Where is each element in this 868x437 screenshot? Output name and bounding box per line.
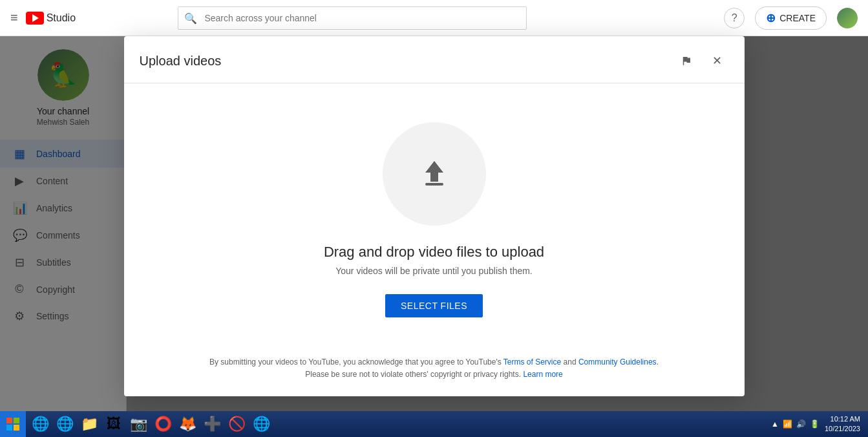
drop-title: Drag and drop video files to upload [324,244,544,261]
taskbar-app-ie[interactable]: 🌐 [28,412,52,436]
create-label: CREATE [779,13,816,23]
modal-close-button[interactable]: ✕ [706,49,729,72]
footer-tos-text: By submitting your videos to YouTube, yo… [140,356,729,368]
start-button[interactable] [0,411,26,437]
taskbar-app-chrome[interactable]: 🌐 [249,412,273,436]
topbar: ≡ Studio 🔍 ? ⊕ CREATE [0,0,868,36]
taskbar-battery-icon: 🔋 [810,420,820,429]
search-bar: 🔍 [178,6,527,30]
taskbar-chevron-icon[interactable]: ▲ [771,420,779,429]
create-button[interactable]: ⊕ CREATE [755,6,827,30]
drop-zone[interactable]: Drag and drop video files to upload Your… [124,83,745,343]
taskbar-app-photos[interactable]: 🖼 [102,412,125,436]
learn-more-link[interactable]: Learn more [523,370,562,379]
modal-flag-button[interactable] [675,49,698,72]
search-icon: 🔍 [184,12,197,24]
avatar[interactable] [837,8,858,28]
taskbar-app-firefox[interactable]: 🦊 [176,412,199,436]
windows-logo [6,418,19,431]
topbar-right: ? ⊕ CREATE [724,6,858,30]
yt-studio-text: Studio [47,12,76,24]
taskbar-right: ▲ 📶 🔊 🔋 10:12 AM 10/21/2023 [771,414,868,434]
tos-link[interactable]: Terms of Service [503,357,561,367]
modal-title: Upload videos [140,54,222,69]
taskbar-date: 10/21/2023 [825,424,860,434]
svg-rect-1 [6,418,12,423]
svg-rect-4 [14,425,19,431]
windows-taskbar: 🌐 🌐 📁 🖼 📷 ⭕ 🦊 ➕ 🚫 🌐 ▲ 📶 🔊 🔋 10:12 AM 10/… [0,411,868,437]
upload-modal: Upload videos ✕ Drag and drop video file… [124,36,745,396]
help-button[interactable]: ? [724,8,745,28]
svg-rect-3 [6,425,12,431]
search-wrapper: 🔍 [178,6,527,30]
taskbar-app-opera[interactable]: ⭕ [151,412,175,436]
modal-footer: By submitting your videos to YouTube, yo… [124,343,745,396]
drop-subtitle: Your videos will be private until you pu… [335,266,533,276]
modal-header-icons: ✕ [675,49,729,72]
taskbar-apps: 🌐 🌐 📁 🖼 📷 ⭕ 🦊 ➕ 🚫 🌐 [26,412,275,436]
taskbar-time: 10:12 AM [825,414,860,424]
drop-circle [383,122,486,226]
youtube-logo: Studio [26,12,76,25]
close-icon: ✕ [712,54,722,68]
hamburger-menu[interactable]: ≡ [10,10,18,25]
avatar-image [837,8,858,28]
taskbar-app-block[interactable]: 🚫 [225,412,248,436]
taskbar-network-icon: 📶 [783,420,792,429]
taskbar-app-folder[interactable]: 📁 [78,412,101,436]
create-plus-icon: ⊕ [766,11,776,25]
flag-icon [681,55,692,67]
svg-rect-0 [425,183,443,186]
yt-icon [26,12,44,25]
search-input[interactable] [178,6,527,30]
svg-rect-2 [14,418,19,423]
taskbar-app-edge[interactable]: 🌐 [53,412,76,436]
taskbar-clock: 10:12 AM 10/21/2023 [825,414,860,434]
taskbar-volume-icon: 🔊 [796,420,806,429]
taskbar-app-plus[interactable]: ➕ [200,412,224,436]
modal-header: Upload videos ✕ [124,36,745,83]
upload-arrow-svg [416,156,452,192]
guidelines-link[interactable]: Community Guidelines [578,357,657,367]
select-files-button[interactable]: SELECT FILES [385,294,483,317]
upload-icon [416,156,452,192]
yt-play-triangle [32,14,39,22]
topbar-left: ≡ Studio [10,10,76,25]
taskbar-system-icons: ▲ 📶 🔊 🔋 [771,420,820,429]
footer-copyright-text: Please be sure not to violate others' co… [140,368,729,381]
taskbar-app-camera[interactable]: 📷 [127,412,150,436]
